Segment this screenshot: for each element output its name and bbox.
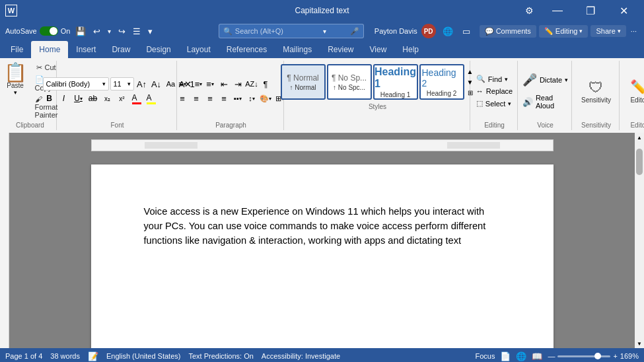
title-bar-left: W <box>5 5 17 17</box>
tab-references[interactable]: References <box>219 41 275 58</box>
tab-design[interactable]: Design <box>138 41 178 58</box>
columns-button[interactable]: ▪▪▾ <box>231 92 244 105</box>
minimize-button[interactable]: — <box>542 0 573 21</box>
share-button[interactable]: Share ▾ <box>590 25 626 37</box>
zoom-slider[interactable] <box>557 355 610 357</box>
user-avatar[interactable]: PD <box>421 24 436 38</box>
save-icon[interactable]: 💾 <box>73 25 89 38</box>
layout-icon-print[interactable]: 📄 <box>500 351 511 361</box>
undo-dropdown[interactable]: ▾ <box>105 26 114 36</box>
tab-review[interactable]: Review <box>320 41 361 58</box>
focus-label[interactable]: Focus <box>475 352 495 360</box>
superscript-button[interactable]: x² <box>116 92 129 105</box>
right-scrollbar[interactable]: ▲ ▼ <box>635 133 644 348</box>
numbering-button[interactable]: 1≡▾ <box>190 77 203 90</box>
style-heading1[interactable]: Heading 1 Heading 1 <box>373 64 418 100</box>
undo-button[interactable]: ↩ <box>90 25 103 38</box>
find-button[interactable]: 🔍 Find ▾ <box>474 73 515 85</box>
sort-button[interactable]: AZ↓ <box>245 77 258 90</box>
editing-button[interactable]: ✏️ Editing ▾ <box>539 25 589 38</box>
scroll-thumb[interactable] <box>636 149 643 175</box>
cloud-icon[interactable]: 🌐 <box>440 25 456 38</box>
font-grow-button[interactable]: A↑ <box>135 77 149 90</box>
highlight-color-button[interactable]: A <box>145 92 158 105</box>
font-shrink-button[interactable]: A↓ <box>150 77 163 90</box>
replace-button[interactable]: ↔ Replace <box>474 86 515 96</box>
italic-button[interactable]: I <box>57 92 71 105</box>
document-scroll-area[interactable]: Voice access is a new Experience on Wind… <box>9 133 635 348</box>
tab-layout[interactable]: Layout <box>179 41 219 58</box>
font-name-selector[interactable]: Calibri (Body) ▾ <box>43 77 109 90</box>
tab-view[interactable]: View <box>362 41 395 58</box>
saved-chevron[interactable]: ▾ <box>323 28 326 35</box>
editor-button[interactable]: ✏️ Editor <box>627 78 644 105</box>
underline-button[interactable]: U▾ <box>72 92 85 105</box>
autosave-toggle[interactable] <box>40 26 58 36</box>
read-aloud-button[interactable]: 🔊 Read Aloud <box>520 91 571 112</box>
align-right-button[interactable]: ≡ <box>203 92 217 105</box>
text-predictions[interactable]: Text Predictions: On <box>188 352 253 360</box>
dictate-button[interactable]: 🎤 Dictate ▾ <box>520 70 571 90</box>
settings-icon[interactable]: ⚙ <box>519 0 540 21</box>
sensitivity-button[interactable]: 🛡 Sensitivity <box>579 78 614 105</box>
paste-button[interactable]: 📋 Paste ▾ <box>0 62 31 120</box>
track-changes-icon: 📝 <box>88 351 98 361</box>
redo-button[interactable]: ↪ <box>116 25 128 38</box>
search-box[interactable]: 🔍 🎤 <box>219 24 364 38</box>
language[interactable]: English (United States) <box>106 352 181 360</box>
tab-file[interactable]: File <box>3 41 31 58</box>
close-button[interactable]: ✕ <box>608 0 639 21</box>
show-formatting-button[interactable]: ¶ <box>259 77 272 90</box>
decrease-indent-button[interactable]: ⇤ <box>217 77 231 90</box>
layout-icon-web[interactable]: 🌐 <box>516 351 526 361</box>
layout-icon-read[interactable]: 📖 <box>532 351 542 361</box>
toggle-circle <box>50 27 57 35</box>
select-button[interactable]: ⬚ Select ▾ <box>474 98 515 109</box>
bullets-button[interactable]: ≡▾ <box>176 77 189 90</box>
customize-qat[interactable]: ☰ <box>130 25 143 38</box>
strikethrough-button[interactable]: ab <box>87 92 100 105</box>
restore-button[interactable]: ❐ <box>575 0 606 21</box>
zoom-out-button[interactable]: — <box>548 352 555 360</box>
scroll-up-arrow[interactable]: ▲ <box>635 133 644 142</box>
zoom-thumb[interactable] <box>594 353 601 359</box>
style-heading2[interactable]: Heading 2 Heading 2 <box>419 64 464 100</box>
tab-help[interactable]: Help <box>394 41 427 58</box>
subscript-button[interactable]: x₂ <box>101 92 114 105</box>
scroll-down-arrow[interactable]: ▼ <box>635 339 644 348</box>
style-normal[interactable]: ¶ Normal ↑ Normal <box>281 64 326 100</box>
comments-button[interactable]: 💬 Comments <box>480 25 536 38</box>
status-bar: Page 1 of 4 38 words 📝 English (United S… <box>0 348 644 362</box>
font-color-button[interactable]: A <box>130 92 143 105</box>
select-dropdown[interactable]: ▾ <box>508 100 511 107</box>
present-icon[interactable]: ▭ <box>460 25 473 38</box>
shading-button[interactable]: 🎨▾ <box>259 92 272 105</box>
tab-draw[interactable]: Draw <box>104 41 138 58</box>
line-spacing-button[interactable]: ↕▾ <box>245 92 258 105</box>
style-no-spacing[interactable]: ¶ No Sp... ↑ No Spc... <box>327 64 372 100</box>
accessibility[interactable]: Accessibility: Investigate <box>262 352 340 360</box>
zoom-in-button[interactable]: + <box>613 352 617 360</box>
tab-home[interactable]: Home <box>31 41 68 58</box>
underline-dropdown[interactable]: ▾ <box>80 96 83 102</box>
align-center-button[interactable]: ≡ <box>190 92 203 105</box>
multilevel-list-button[interactable]: ≡▾ <box>203 77 217 90</box>
scroll-track[interactable] <box>635 142 644 339</box>
more-commands[interactable]: ▾ <box>145 25 155 38</box>
font-size-selector[interactable]: 11 ▾ <box>110 77 134 90</box>
mic-icon[interactable]: 🎤 <box>350 27 359 36</box>
zoom-percent[interactable]: 169% <box>620 352 639 360</box>
align-left-button[interactable]: ≡ <box>176 92 189 105</box>
tab-insert[interactable]: Insert <box>68 41 104 58</box>
paste-dropdown[interactable]: ▾ <box>14 89 17 96</box>
find-dropdown[interactable]: ▾ <box>505 76 508 83</box>
justify-button[interactable]: ≡ <box>217 92 231 105</box>
increase-indent-button[interactable]: ⇥ <box>231 77 244 90</box>
more-options-button[interactable]: ··· <box>629 25 639 37</box>
dictate-dropdown[interactable]: ▾ <box>565 77 568 83</box>
dictate-label: Dictate <box>540 76 562 84</box>
bold-button[interactable]: B <box>43 92 56 105</box>
search-input[interactable] <box>235 27 347 35</box>
document-page[interactable]: Voice access is a new Experience on Wind… <box>91 164 554 348</box>
tab-mailings[interactable]: Mailings <box>275 41 320 58</box>
